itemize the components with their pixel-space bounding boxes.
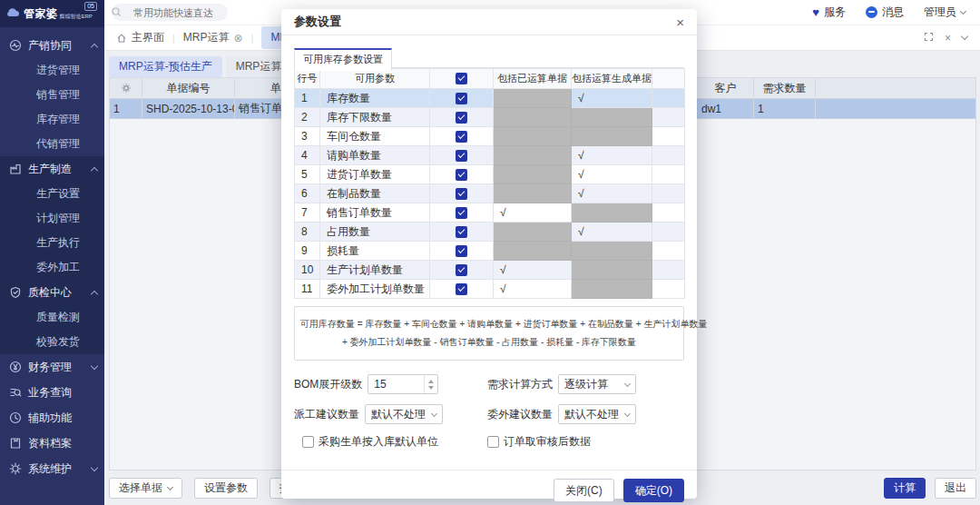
sidebar-item-xiaoshou[interactable]: 销售管理 [0,83,104,107]
purchase-unit-label[interactable]: 采购生单按入库默认单位 [318,434,438,450]
bom-level-stepper[interactable] [368,374,438,394]
row-checkbox[interactable] [430,280,494,299]
heart-icon: ♥ [812,5,819,19]
sidebar-group-header-ziliao[interactable]: 资料档案 [0,431,104,456]
tab-home[interactable]: 主界面 [116,30,164,45]
param-row-2[interactable]: 2 库存下限数量 [295,108,685,127]
factory-icon [9,163,22,175]
row-checkbox[interactable] [430,165,494,184]
sidebar-item-weiwai-jiagong[interactable]: 委外加工 [0,255,104,280]
param-row-1[interactable]: 1 库存数量 √ [295,89,685,108]
user-menu[interactable]: 管理员 [924,5,965,20]
grid-col-doc-no[interactable]: 单据编号 [142,78,235,98]
chevron-down-icon [624,380,631,386]
sidebar-item-kucun[interactable]: 库存管理 [0,107,104,132]
formula-line-2: + 委外加工计划单数量 - 销售订单数量 - 占用数量 - 损耗量 - 库存下限… [300,333,678,352]
sidebar-group-yewu: 业务查询 [0,380,104,405]
cell-doc-no: SHD-2025-10-13-003 [142,99,235,118]
param-row-5[interactable]: 5 进货订单数量 √ [295,165,685,184]
tab-mrp[interactable]: MRP运算 ⊗ [183,30,243,45]
collapse-icon[interactable] [961,33,968,40]
outsource-qty-label: 委外建议数量 [487,407,553,422]
quick-search-input[interactable] [112,4,228,21]
close-tab-icon[interactable]: × [945,33,951,44]
chevron-down-icon [431,410,437,416]
sidebar-group-shengchan: 生产制造 生产设置 计划管理 生产执行 委外加工 [0,156,104,280]
dialog-close-icon[interactable]: × [676,15,684,29]
row-checkbox[interactable] [430,127,494,146]
stepper-arrows[interactable] [424,375,437,393]
row-checkbox[interactable] [430,89,494,108]
param-row-4[interactable]: 4 请购单数量 √ [295,146,685,165]
select-all-checkbox[interactable] [430,69,494,89]
col-param: 可用参数 [320,69,430,89]
chevron-up-icon [91,43,98,50]
order-audited-checkbox[interactable] [487,436,499,448]
sidebar-item-daixiao[interactable]: 代销管理 [0,132,104,156]
sidebar-group-header-chanxiao[interactable]: 产销协同 [0,33,104,58]
sidebar-group-label: 资料档案 [28,436,97,451]
bom-level-label: BOM展开级数 [294,377,362,392]
row-number: 1 [110,99,142,118]
expand-icon[interactable] [924,32,934,44]
param-row-6[interactable]: 6 在制品数量 √ [295,184,685,203]
sidebar-group-header-shengchan[interactable]: 生产制造 [0,156,104,182]
sidebar-group-header-caiwu[interactable]: 财务管理 [0,354,104,380]
dialog-title: 参数设置 [294,14,341,30]
close-button[interactable]: 关闭(C) [554,479,614,502]
param-row-11[interactable]: 11 委外加工计划单数量 √ [295,280,685,299]
version-badge: 05 [84,2,97,11]
param-row-3[interactable]: 3 车间仓数量 [295,127,685,146]
order-audited-label[interactable]: 订单取审核后数据 [504,434,591,450]
tab-close-icon[interactable]: ⊗ [234,32,243,45]
param-row-8[interactable]: 8 占用数量 √ [295,223,685,242]
tab-stock-params[interactable]: 可用库存参数设置 [294,48,392,71]
chevron-down-icon [91,464,98,471]
row-checkbox[interactable] [430,223,494,242]
ok-button[interactable]: 确定(O) [623,479,684,502]
sidebar-group-label: 产销协同 [28,38,92,54]
calculate-button[interactable]: 计算 [884,478,926,499]
purchase-unit-checkbox[interactable] [302,436,314,448]
cloud-logo-icon [5,7,20,20]
exit-button[interactable]: 退出 [935,478,976,499]
sidebar-group-label: 财务管理 [28,360,92,375]
sidebar-group-header-xitong[interactable]: 系统维护 [0,456,104,481]
set-params-button[interactable]: 设置参数 [194,478,258,499]
select-doc-button[interactable]: 选择单据 [109,478,182,499]
row-checkbox[interactable] [430,184,494,203]
sidebar-item-zhiliang-jiance[interactable]: 质量检测 [0,305,104,330]
subtab-mrp-forecast[interactable]: MRP运算-预估生产 [109,56,222,77]
message-menu[interactable]: 消息 [866,5,904,20]
sidebar-item-jihua-guanli[interactable]: 计划管理 [0,206,104,231]
param-row-7[interactable]: 7 销售订单数量 √ [295,203,685,223]
row-checkbox[interactable] [430,261,494,280]
sidebar-group-header-yewu[interactable]: 业务查询 [0,380,104,405]
outsource-qty-select[interactable]: 默认不处理 [558,404,636,424]
grid-settings-gear-icon[interactable] [110,78,142,98]
row-checkbox[interactable] [430,108,494,127]
sidebar-group-header-fuzhu[interactable]: 辅助功能 [0,405,104,431]
sidebar-item-jinhuo[interactable]: 进货管理 [0,58,104,83]
param-row-10[interactable]: 10 生产计划单数量 √ [295,261,685,280]
sidebar-item-shengchan-shezhi[interactable]: 生产设置 [0,182,104,206]
sidebar-group-zhijian: 质检中心 质量检测 校验发货 [0,280,104,354]
sidebar-group-label: 业务查询 [28,385,97,401]
row-checkbox[interactable] [430,146,494,165]
grid-col-qty[interactable]: 需求数量 [754,78,816,98]
sidebar-item-jiaoyan-fahuo[interactable]: 校验发货 [0,330,104,354]
row-checkbox[interactable] [430,242,494,261]
dispatch-qty-select[interactable]: 默认不处理 [365,404,443,424]
service-menu[interactable]: ♥ 服务 [812,5,846,20]
sidebar-group-header-zhijian[interactable]: 质检中心 [0,280,104,305]
row-checkbox[interactable] [430,203,494,223]
app-screen: 管家婆 辉煌智造ERP 05 产销协同 进货管理 销售管理 库存管理 代销管理 [0,0,980,505]
pulse-circle-icon [9,39,22,52]
bom-level-input[interactable] [368,378,421,391]
demand-calc-select[interactable]: 逐级计算 [558,374,636,394]
sidebar-item-shengchan-zhixing[interactable]: 生产执行 [0,231,104,255]
param-row-9[interactable]: 9 损耗量 [295,242,685,261]
chevron-up-icon [91,290,98,297]
brand-subtitle: 辉煌智造ERP [60,13,93,21]
grid-col-customer[interactable]: 客户 [698,78,754,98]
